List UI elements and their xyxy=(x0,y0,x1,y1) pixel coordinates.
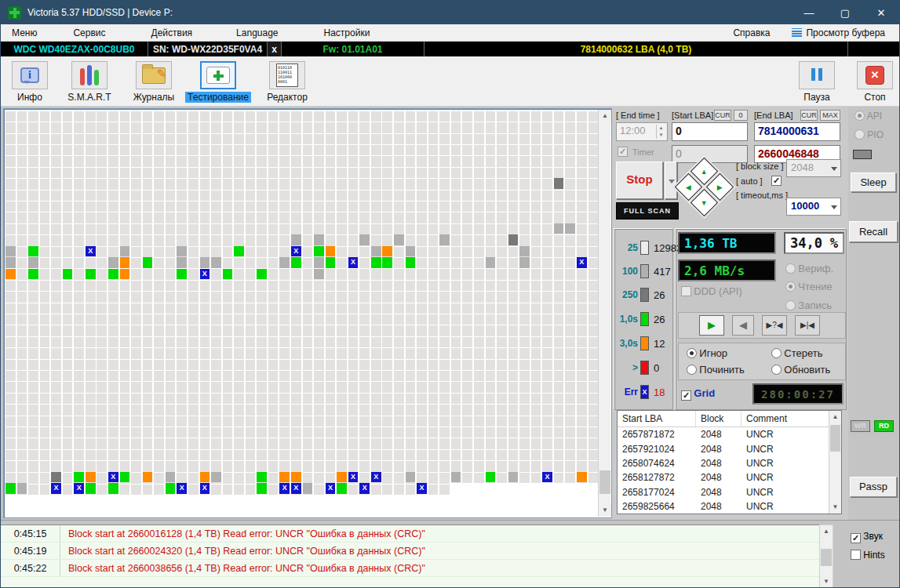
hints-checkbox[interactable]: Hints xyxy=(851,550,885,561)
scan-block xyxy=(508,234,519,245)
toolbar-testing-button[interactable]: Тестирование xyxy=(184,61,252,103)
sleep-button[interactable]: Sleep xyxy=(851,172,896,192)
toolbar-editor-button[interactable]: 010110 110011 101000 0001 Редактор xyxy=(253,61,321,103)
scan-block xyxy=(86,269,96,279)
serial-close-button[interactable]: x xyxy=(268,42,282,56)
end-lba-max-button[interactable]: MAX xyxy=(820,110,840,121)
menu-help[interactable]: Справка xyxy=(722,27,781,38)
log-scroll-thumb[interactable] xyxy=(821,549,832,566)
scan-block xyxy=(120,257,130,267)
recall-button[interactable]: Recall xyxy=(849,221,898,242)
action-refresh-radio[interactable]: Обновить xyxy=(771,364,830,376)
scan-block xyxy=(439,234,450,245)
toolbar-info-button[interactable]: i Инфо xyxy=(0,61,64,103)
block-size-label: [ block size ] xyxy=(736,162,784,171)
mode-verify-radio[interactable]: Вериф. xyxy=(785,263,833,274)
log-panel[interactable]: 0:45:15Block start at 2660016128 (1,4 ТВ… xyxy=(1,524,819,588)
buffer-list-icon xyxy=(792,28,802,37)
scan-block xyxy=(143,257,153,267)
play-forward-button[interactable]: ▶ xyxy=(699,315,724,336)
block-size-select[interactable]: 2048 xyxy=(786,159,841,177)
scan-scroll-down-icon[interactable]: ▼ xyxy=(599,504,611,517)
scan-surface[interactable]: XXXXXXXXXXXXXXXXXX ▲ ▼ xyxy=(3,108,612,518)
mode-read-radio[interactable]: Чтение xyxy=(785,281,833,292)
scan-block: X xyxy=(74,483,84,493)
menu-service[interactable]: Сервис xyxy=(62,27,116,38)
table-row[interactable]: 26578718722048UNCR xyxy=(618,427,841,441)
ddd-checkbox[interactable]: DDD (API) xyxy=(681,285,742,297)
play-back-button[interactable]: ◀ xyxy=(732,315,754,336)
scan-block: X xyxy=(542,472,552,482)
table-row[interactable]: 26580746242048UNCR xyxy=(618,456,841,470)
menu-buffer-view[interactable]: Просмотр буфера xyxy=(781,27,896,38)
start-lba-cur-button[interactable]: CUR xyxy=(714,110,731,121)
toolbar-smart-button[interactable]: S.M.A.R.T xyxy=(56,61,123,103)
table-scroll-up-icon[interactable]: ▲ xyxy=(829,411,841,423)
timeout-select[interactable]: 10000 xyxy=(786,198,841,216)
table-row[interactable]: 26598256642048UNCR xyxy=(618,499,841,514)
defect-table[interactable]: Start LBA Block Comment 26578718722048UN… xyxy=(617,410,842,514)
pio-radio[interactable]: PIO xyxy=(854,129,884,140)
scan-block xyxy=(326,257,336,267)
menu-language[interactable]: Language xyxy=(225,27,289,38)
side-column: API PIO Sleep Recall WR RD Passp xyxy=(848,107,900,520)
smart-tubes-icon xyxy=(80,65,99,85)
counter-block-icon xyxy=(640,361,649,375)
device-model[interactable]: WDC WD40EZAX-00C8UB0 xyxy=(1,42,148,56)
menu-actions[interactable]: Действия xyxy=(140,27,204,38)
action-erase-radio[interactable]: Стереть xyxy=(771,347,823,359)
action-repair-radio[interactable]: Починить xyxy=(687,364,745,376)
action-ignore-radio[interactable]: Игнор xyxy=(687,347,727,359)
scan-stop-button[interactable]: Stop xyxy=(616,162,663,199)
victoria-window: Victoria 5.37 HDD/SSD | Device P: — ▢ ✕ … xyxy=(0,0,900,588)
table-row[interactable]: 26579210242048UNCR xyxy=(618,441,841,456)
close-button[interactable]: ✕ xyxy=(863,1,899,24)
spinner-arrows-icon[interactable]: ▲▼ xyxy=(656,125,665,139)
speed-lcd: 2,6 MB/s xyxy=(678,260,776,281)
end-time-spinner[interactable]: 12:00▲▼ xyxy=(616,122,668,141)
scan-block xyxy=(486,257,496,267)
table-scroll-thumb[interactable] xyxy=(830,425,840,452)
grid-checkbox[interactable]: Grid xyxy=(681,387,715,401)
app-icon xyxy=(8,6,21,20)
log-scroll-down-icon[interactable]: ▼ xyxy=(820,575,833,588)
scan-scroll-up-icon[interactable]: ▲ xyxy=(599,110,611,122)
log-scrollbar[interactable]: ▲ ▼ xyxy=(819,524,833,588)
scan-block xyxy=(519,246,530,256)
auto-checkbox[interactable] xyxy=(771,176,782,186)
minimize-button[interactable]: — xyxy=(791,1,827,24)
maximize-button[interactable]: ▢ xyxy=(827,1,863,24)
start-lba-zero-button[interactable]: 0 xyxy=(734,110,748,121)
table-scroll-down-icon[interactable]: ▼ xyxy=(829,501,841,514)
menu-settings[interactable]: Настройки xyxy=(313,27,381,38)
start-lba-input[interactable]: 0 xyxy=(672,122,748,141)
end-lba-cur-button[interactable]: CUR xyxy=(800,110,818,121)
scan-block xyxy=(108,483,118,493)
toolbar-stop-button[interactable]: ✕ Стоп xyxy=(841,61,900,103)
counter-block-icon xyxy=(640,288,649,302)
device-bar-empty xyxy=(848,42,899,56)
log-scroll-up-icon[interactable]: ▲ xyxy=(820,525,833,538)
step-button[interactable]: ▶|◀ xyxy=(795,315,820,336)
scan-scroll-thumb[interactable] xyxy=(599,470,610,494)
sound-checkbox[interactable]: Звук xyxy=(851,531,883,543)
timer-checkbox[interactable] xyxy=(618,147,628,157)
scan-scrollbar[interactable]: ▲ ▼ xyxy=(598,110,610,517)
scan-block xyxy=(257,483,267,493)
toolbar-logs-button[interactable]: Журналы xyxy=(120,61,188,103)
table-row[interactable]: 26581278722048UNCR xyxy=(618,470,841,485)
counter-block-icon xyxy=(640,241,649,255)
mode-write-radio[interactable]: Запись xyxy=(785,299,832,311)
stop-dropdown-button[interactable] xyxy=(665,162,677,199)
table-row[interactable]: 26581770242048UNCR xyxy=(618,485,841,499)
menu-main[interactable]: Меню xyxy=(1,27,48,38)
seek-error-button[interactable]: ▶?◀ xyxy=(762,315,787,336)
end-lba-input[interactable]: 7814000631 xyxy=(754,122,840,141)
scan-block xyxy=(5,257,16,267)
defect-table-scrollbar[interactable]: ▲ ▼ xyxy=(829,411,841,514)
api-radio[interactable]: API xyxy=(854,111,882,122)
chevron-down-icon xyxy=(831,167,837,174)
full-scan-button[interactable]: FULL SCAN xyxy=(616,202,679,220)
passport-button[interactable]: Passp xyxy=(850,477,897,497)
scan-block xyxy=(223,269,233,279)
